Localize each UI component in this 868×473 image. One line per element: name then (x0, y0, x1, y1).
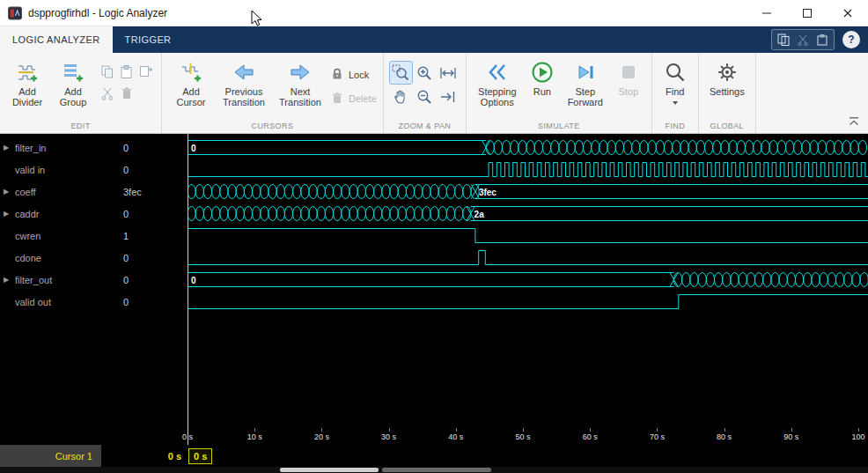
signal-waveform[interactable] (188, 225, 868, 247)
signal-label: cwren (15, 231, 40, 241)
add-cursor-icon (180, 61, 202, 84)
section-label-find: FIND (652, 122, 698, 130)
paste-icon[interactable] (117, 62, 136, 82)
section-find: Find FIND (652, 53, 699, 133)
find-dropdown-icon (673, 101, 678, 105)
signal-value: 0 (101, 143, 188, 153)
signal-name[interactable]: cwren (0, 231, 101, 241)
signal-name[interactable]: cdone (0, 253, 101, 263)
tab-trigger[interactable]: TRIGGER (113, 26, 184, 53)
window-controls (747, 0, 868, 26)
add-group-button[interactable]: Add Group (52, 59, 94, 110)
maximize-button[interactable] (787, 0, 828, 26)
signal-waveform[interactable]: 2a (188, 203, 868, 225)
signal-waveform[interactable]: 0 (188, 137, 868, 159)
signal-name[interactable]: valid in (0, 165, 101, 175)
next-transition-button[interactable]: Next Transition (274, 59, 327, 110)
section-global: Settings GLOBAL (699, 53, 756, 133)
lock-label: Lock (349, 70, 369, 80)
collapse-toolstrip-button[interactable] (848, 114, 860, 129)
copy-icon[interactable] (98, 62, 116, 82)
signal-label: caddr (15, 209, 40, 219)
time-cursor-line[interactable] (188, 134, 188, 445)
find-button[interactable]: Find (658, 59, 692, 107)
axis-tick (858, 428, 859, 432)
axis-tick-label: 30 s (381, 432, 396, 441)
zoom-select-button[interactable] (390, 62, 412, 84)
delete-edit-icon[interactable] (117, 83, 136, 103)
cut-icon[interactable] (98, 83, 116, 103)
close-button[interactable] (828, 0, 868, 26)
scrollbar-thumb[interactable] (280, 468, 379, 472)
add-cursor-button[interactable]: Add Cursor (168, 59, 214, 110)
section-label-edit: EDIT (0, 122, 161, 130)
signal-row-valid-out[interactable]: valid out0 (0, 291, 868, 313)
step-forward-icon (574, 61, 597, 84)
lock-button[interactable]: Lock (330, 67, 377, 83)
zoom-to-cursor-button[interactable] (438, 85, 460, 107)
signal-name[interactable]: ▶coeff (0, 187, 101, 197)
signal-row-filter_out[interactable]: ▶filter_out00 (0, 269, 868, 291)
signal-label: filter_out (15, 275, 52, 285)
qat-cut-icon[interactable] (793, 31, 813, 48)
expand-arrow-icon[interactable]: ▶ (4, 210, 11, 218)
stop-button[interactable]: Stop (612, 59, 645, 99)
step-forward-label: Step Forward (563, 86, 607, 108)
add-divider-button[interactable]: Add Divider (6, 59, 48, 110)
signal-waveform[interactable] (188, 291, 868, 313)
expand-arrow-icon[interactable]: ▶ (4, 144, 11, 152)
signal-waveform[interactable]: 0 (188, 269, 868, 291)
section-zoom-pan: ZOOM & PAN (384, 53, 467, 133)
signal-name[interactable]: valid out (0, 297, 101, 307)
section-label-global: GLOBAL (699, 122, 755, 130)
signal-waveform[interactable]: 3fec (188, 181, 868, 203)
signal-name[interactable]: ▶filter_in (0, 143, 101, 153)
time-axis[interactable]: 0 s10 s20 s30 s40 s50 s60 s70 s80 s90 s1… (0, 427, 868, 445)
signal-value: 3fec (101, 187, 188, 197)
fit-time-span-button[interactable] (438, 62, 460, 84)
horizontal-scrollbar[interactable] (0, 467, 868, 473)
zoom-out-button[interactable] (414, 85, 436, 107)
previous-transition-button[interactable]: Previous Transition (217, 59, 270, 110)
expand-arrow-icon[interactable]: ▶ (4, 276, 11, 284)
section-label-simulate: SIMULATE (467, 122, 651, 130)
run-label: Run (533, 86, 551, 97)
signal-row-valid-in[interactable]: valid in0 (0, 159, 868, 181)
run-button[interactable]: Run (526, 59, 559, 99)
axis-tick-label: 40 s (448, 432, 463, 441)
stepping-options-button[interactable]: Stepping Options (473, 59, 522, 110)
cursor-marker-box[interactable]: 0 s (188, 448, 212, 464)
signal-waveform[interactable] (188, 247, 868, 269)
signal-value: 0 (101, 275, 188, 285)
help-button[interactable]: ? (842, 31, 860, 48)
delete-cursor-button[interactable]: Delete (330, 91, 377, 107)
signal-row-filter_in[interactable]: ▶filter_in00 (0, 137, 868, 159)
signal-label: valid out (15, 297, 51, 307)
pan-hand-button[interactable] (390, 85, 412, 107)
expand-arrow-icon[interactable]: ▶ (4, 188, 11, 196)
settings-label: Settings (710, 86, 745, 97)
signal-name[interactable]: ▶filter_out (0, 275, 101, 285)
signal-row-caddr[interactable]: ▶caddr02a (0, 203, 868, 225)
tab-bar: LOGIC ANALYZER TRIGGER ? (0, 26, 868, 53)
signal-waveform[interactable] (188, 159, 868, 181)
minimize-button[interactable] (747, 0, 787, 26)
duplicate-icon[interactable] (136, 62, 155, 82)
cursor-small-buttons: Lock Delete (330, 59, 377, 107)
lock-icon (330, 67, 344, 83)
tab-logic-analyzer[interactable]: LOGIC ANALYZER (0, 26, 113, 53)
step-forward-button[interactable]: Step Forward (563, 59, 608, 110)
signal-row-coeff[interactable]: ▶coeff3fec3fec (0, 181, 868, 203)
signal-row-cwren[interactable]: cwren1 (0, 225, 868, 247)
settings-button[interactable]: Settings (705, 59, 749, 99)
cursor-name[interactable]: Cursor 1 (0, 445, 101, 467)
zoom-in-button[interactable] (414, 62, 436, 84)
waveform-display[interactable]: ▶filter_in00valid in0▶coeff3fec3fec▶cadd… (0, 134, 868, 445)
qat-copy-icon[interactable] (774, 31, 793, 48)
toolbar-spacer (756, 53, 868, 133)
signal-name[interactable]: ▶caddr (0, 209, 101, 219)
signal-value: 0 (101, 253, 188, 263)
qat-paste-icon[interactable] (813, 31, 832, 48)
section-cursors: Add Cursor Previous Transition Next Tran… (162, 53, 384, 133)
signal-row-cdone[interactable]: cdone0 (0, 247, 868, 269)
